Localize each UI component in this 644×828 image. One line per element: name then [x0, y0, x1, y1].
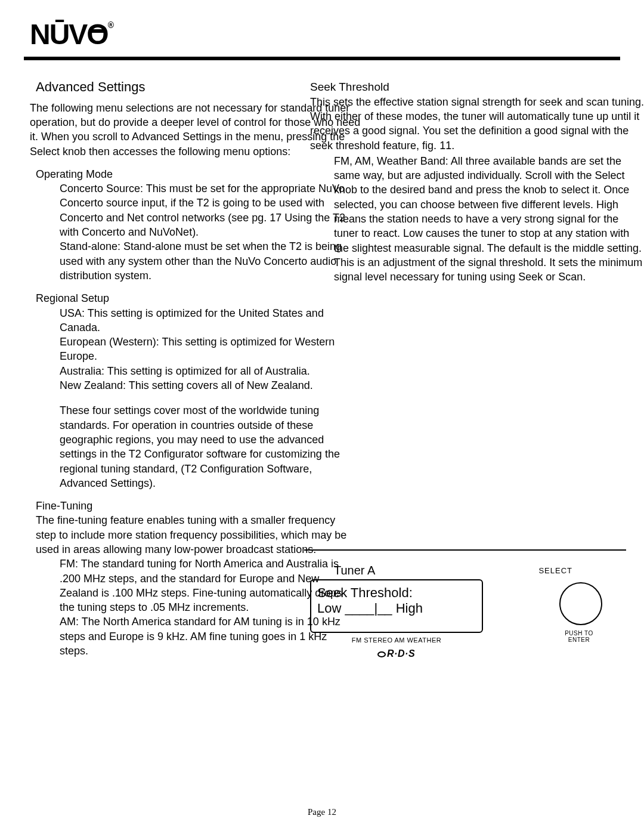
tuner-label: Tuner A [334, 563, 375, 579]
lcd-band-labels: FM STEREO AM WEATHER [310, 636, 483, 645]
figure-11-panel: Tuner A SELECT Seek Threshold: Low ____|… [292, 549, 614, 681]
heading-fine-tuning: Fine-Tuning [36, 499, 346, 513]
heading-operating-mode: Operating Mode [36, 167, 346, 181]
page-number: Page 12 [0, 807, 644, 817]
select-knob[interactable] [559, 582, 602, 625]
op-standalone: Stand-alone: Stand-alone must be set whe… [60, 239, 346, 283]
right-column: Seek Threshold This sets the effective s… [310, 79, 644, 285]
lcd-display: Seek Threshold: Low ____|__ High [310, 579, 483, 633]
reg-usa: USA: This setting is optimized for the U… [60, 306, 346, 335]
heading-seek-threshold: Seek Threshold [310, 79, 644, 95]
seek-para-2: FM, AM, Weather Band: All three availabl… [334, 154, 644, 285]
select-label: SELECT [538, 566, 572, 576]
lcd-sublabels: FM STEREO AM WEATHER R·D·S [310, 636, 483, 660]
seek-para-1: This sets the effective station signal s… [310, 95, 644, 153]
reg-au: Australia: This setting is optimized for… [60, 364, 346, 378]
rds-eye-icon [377, 651, 386, 657]
reg-nz: New Zealand: This setting covers all of … [60, 378, 346, 393]
heading-regional-setup: Regional Setup [36, 291, 346, 305]
logo-area: NŪVO® [0, 0, 644, 51]
brand-logo: NŪVO® [30, 18, 113, 51]
knob-label: PUSH TO ENTER [552, 630, 606, 643]
reg-paragraph: These four settings cover most of the wo… [60, 403, 346, 490]
heading-advanced-settings: Advanced Settings [36, 78, 346, 96]
lcd-line-2: Low ____|__ High [317, 601, 476, 616]
reg-eu: European (Western): This setting is opti… [60, 335, 346, 364]
lcd-line-1: Seek Threshold: [317, 585, 476, 601]
rds-logo: R·D·S [387, 648, 416, 659]
op-concerto: Concerto Source: This must be set for th… [60, 181, 346, 239]
panel-top-edge [304, 549, 626, 551]
